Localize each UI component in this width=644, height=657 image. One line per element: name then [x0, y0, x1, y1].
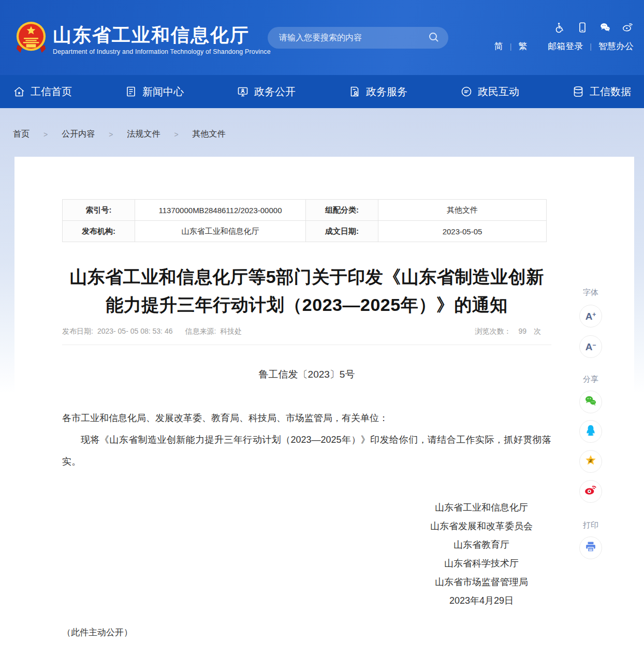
source-value: 科技处 [220, 327, 242, 336]
nav-item-home[interactable]: 工信首页 [13, 85, 72, 99]
date-label: 成文日期: [306, 221, 378, 242]
article-paragraph: 现将《山东省制造业创新能力提升三年行动计划（2023—2025年）》印发给你们，… [62, 429, 551, 472]
weibo-icon[interactable] [622, 22, 634, 33]
breadcrumb-separator: > [43, 130, 48, 139]
nav-item-data[interactable]: 工信数据 [572, 85, 631, 99]
category-label: 组配分类: [306, 200, 378, 221]
share-qzone-button[interactable] [579, 450, 602, 473]
font-increase-button[interactable]: A+ [579, 305, 602, 327]
nav-label: 政务服务 [366, 85, 407, 99]
qzone-star-icon [584, 454, 597, 469]
home-icon [13, 85, 25, 98]
lang-simplified-link[interactable]: 简 [494, 40, 503, 52]
signature-line: 山东省工业和信息化厅 [412, 498, 551, 517]
search-button[interactable] [427, 31, 441, 45]
gov-open-icon [237, 85, 249, 98]
nav-label: 政民互动 [478, 85, 519, 99]
site-header: 山东省工业和信息化厅 Department of Industry and In… [0, 0, 644, 75]
article-info-row: 发布日期: 2023- 05- 05 08: 53: 46 信息来源: 科技处 … [62, 327, 551, 336]
breadcrumb-separator: > [109, 130, 113, 139]
article-paragraph: 各市工业和信息化局、发展改革委、教育局、科技局、市场监管局，有关单位： [62, 407, 551, 429]
nav-item-gov-service[interactable]: 政务服务 [348, 85, 407, 99]
nav-label: 工信数据 [590, 85, 631, 99]
search-icon [428, 37, 440, 45]
divider [62, 345, 551, 345]
table-row: 发布机构: 山东省工业和信息化厅 成文日期: 2023-05-05 [63, 221, 547, 242]
signature-line: 山东省市场监督管理局 [412, 573, 551, 591]
smart-office-link[interactable]: 智慧办公 [598, 40, 634, 52]
document-number: 鲁工信发〔2023〕5号 [62, 368, 551, 381]
link-separator: | [510, 42, 512, 51]
interaction-icon [460, 85, 473, 98]
signature-line: 山东省科学技术厅 [412, 554, 551, 573]
search-input[interactable] [279, 33, 427, 42]
lang-traditional-link[interactable]: 繁 [518, 40, 527, 52]
weibo-icon [584, 484, 597, 499]
article-toolbar: 字体 A+ A− 分享 [579, 288, 603, 559]
breadcrumb-home[interactable]: 首页 [13, 129, 30, 140]
breadcrumb-separator: > [174, 130, 178, 139]
breadcrumb-regulations[interactable]: 法规文件 [127, 129, 160, 140]
national-emblem-logo [16, 21, 47, 55]
disclosure-note: （此件主动公开） [62, 626, 551, 638]
news-icon [125, 85, 137, 98]
qq-icon [584, 424, 597, 439]
wechat-icon[interactable] [599, 22, 611, 33]
gov-service-icon [348, 85, 361, 98]
nav-label: 新闻中心 [142, 85, 184, 99]
article-title: 山东省工业和信息化厅等5部门关于印发《山东省制造业创新能力提升三年行动计划（20… [62, 263, 551, 319]
mobile-icon[interactable] [577, 22, 588, 33]
breadcrumb-open-content[interactable]: 公开内容 [62, 129, 95, 140]
mail-login-link[interactable]: 邮箱登录 [548, 40, 583, 52]
link-separator: | [590, 42, 592, 51]
font-decrease-button[interactable]: A− [579, 335, 602, 358]
signature-block: 山东省工业和信息化厅 山东省发展和改革委员会 山东省教育厅 山东省科学技术厅 山… [412, 498, 551, 610]
content-card: 索引号: 11370000MB28486112/2023-00000 组配分类:… [14, 157, 634, 657]
site-name-english: Department of Industry and Information T… [53, 48, 271, 55]
breadcrumb-current: 其他文件 [193, 129, 226, 140]
source-label: 信息来源: [185, 327, 216, 336]
nav-label: 政务公开 [254, 85, 296, 99]
printer-icon [584, 540, 597, 556]
search-box [268, 27, 448, 49]
site-name: 山东省工业和信息化厅 [53, 25, 271, 46]
signature-line: 山东省发展和改革委员会 [412, 517, 551, 535]
share-label: 分享 [583, 375, 598, 383]
document-meta-table: 索引号: 11370000MB28486112/2023-00000 组配分类:… [62, 199, 547, 242]
category-value: 其他文件 [378, 200, 547, 221]
views-unit: 次 [534, 327, 541, 336]
share-wechat-button[interactable] [579, 391, 602, 413]
nav-item-gov-open[interactable]: 政务公开 [237, 85, 296, 99]
print-label: 打印 [583, 520, 598, 529]
print-button[interactable] [579, 536, 602, 559]
share-weibo-button[interactable] [579, 480, 602, 503]
signature-line: 山东省教育厅 [412, 535, 551, 554]
views-count: 99 [518, 327, 526, 336]
publisher-label: 发布机构: [63, 221, 135, 242]
nav-label: 工信首页 [31, 85, 72, 99]
publish-date-label: 发布日期: [62, 327, 93, 336]
wechat-icon [584, 394, 597, 410]
index-value: 11370000MB28486112/2023-00000 [135, 200, 306, 221]
breadcrumb: 首页 > 公开内容 > 法规文件 > 其他文件 [13, 129, 226, 140]
publisher-value: 山东省工业和信息化厅 [135, 221, 306, 242]
signature-date: 2023年4月29日 [412, 591, 551, 610]
nav-item-interaction[interactable]: 政民互动 [460, 85, 519, 99]
accessibility-icon[interactable] [554, 22, 565, 33]
view-counter: 浏览次数： 99 次 [475, 327, 551, 336]
main-navigation: 工信首页 新闻中心 政务公开 政务服务 [0, 75, 644, 108]
index-label: 索引号: [63, 200, 135, 221]
data-icon [572, 85, 584, 98]
publish-date-value: 2023- 05- 05 08: 53: 46 [97, 327, 173, 335]
font-label: 字体 [583, 288, 598, 296]
nav-item-news[interactable]: 新闻中心 [125, 85, 184, 99]
share-qq-button[interactable] [579, 420, 602, 443]
views-label: 浏览次数： [475, 327, 511, 336]
date-value: 2023-05-05 [378, 221, 547, 242]
table-row: 索引号: 11370000MB28486112/2023-00000 组配分类:… [63, 200, 547, 221]
